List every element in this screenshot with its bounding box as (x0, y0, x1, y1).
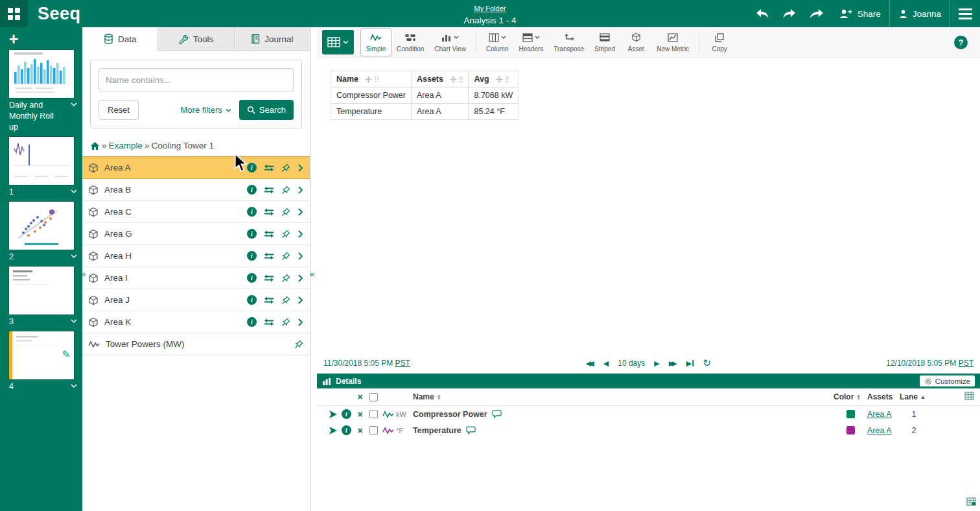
toolbar-button-headers[interactable]: Headers (513, 29, 548, 56)
color-swatch[interactable] (846, 410, 855, 418)
swap-icon[interactable] (264, 208, 274, 216)
worksheet-caption-1[interactable]: 1 (0, 185, 82, 199)
details-row-temperature[interactable]: i × °F Temperature Area A 2 (317, 422, 980, 438)
home-icon[interactable] (90, 141, 100, 150)
chevron-down-icon[interactable] (71, 254, 77, 258)
chevron-right-icon[interactable] (298, 252, 303, 261)
more-filters-link[interactable]: More filters (181, 105, 231, 115)
signal-row-tower-powers[interactable]: Tower Powers (MW) (82, 333, 310, 355)
forward-share-icon[interactable] (802, 8, 830, 19)
duration-label[interactable]: 10 days (618, 359, 645, 368)
details-column-lane[interactable]: Lane ▲ (900, 392, 926, 401)
pin-icon[interactable] (281, 185, 290, 195)
info-icon[interactable]: i (247, 251, 257, 261)
worksheet-thumbnail-4-active[interactable]: ✎ (9, 331, 74, 379)
undo-icon[interactable] (749, 8, 776, 19)
pin-icon[interactable] (294, 340, 303, 349)
reset-button[interactable]: Reset (99, 100, 139, 120)
toolbar-button-striped[interactable]: Striped (589, 29, 620, 56)
navigate-icon[interactable] (326, 410, 340, 419)
info-icon[interactable]: i (247, 273, 257, 283)
chevron-right-icon[interactable] (298, 163, 303, 172)
breadcrumb-cooling-tower-1[interactable]: Cooling Tower 1 (152, 141, 215, 150)
collapse-left-panel-icon[interactable]: « (81, 269, 86, 279)
column-header-avg[interactable]: Avg (469, 71, 519, 88)
asset-row-area-b[interactable]: Area B i (82, 179, 310, 201)
tab-tools[interactable]: Tools (158, 27, 234, 51)
share-button[interactable]: Share (830, 0, 889, 27)
tab-journal[interactable]: Journal (235, 27, 310, 51)
info-icon[interactable]: i (247, 207, 257, 217)
toolbar-button-condition[interactable]: Condition (391, 29, 429, 56)
tab-data[interactable]: Data (82, 27, 158, 51)
chevron-down-icon[interactable] (71, 189, 77, 193)
details-columns-settings-icon[interactable] (964, 392, 974, 402)
asset-row-area-c[interactable]: Area C i (82, 201, 310, 223)
search-input[interactable] (99, 68, 294, 91)
select-all-checkbox[interactable] (369, 393, 378, 401)
user-menu-button[interactable]: Joanna (890, 0, 950, 27)
breadcrumb-example[interactable]: Example (109, 141, 143, 150)
collapse-data-panel-icon[interactable]: « (310, 269, 314, 279)
toolbar-button-new-metric[interactable]: New Metric (651, 29, 694, 56)
my-folder-link[interactable]: My Folder (463, 4, 516, 14)
swap-icon[interactable] (264, 296, 274, 304)
table-view-selector-button[interactable] (322, 30, 354, 54)
info-icon[interactable]: i (247, 229, 257, 239)
display-range-start[interactable]: 11/30/2018 5:05 PM PST (323, 359, 410, 368)
move-icon[interactable] (496, 76, 503, 83)
color-swatch[interactable] (846, 426, 855, 434)
chevron-down-icon[interactable] (71, 319, 77, 323)
pin-icon[interactable] (281, 296, 290, 305)
chevron-down-icon[interactable] (71, 102, 77, 106)
add-table-column-icon[interactable] (966, 497, 976, 508)
move-icon[interactable] (450, 76, 457, 83)
row-checkbox[interactable] (369, 410, 378, 418)
remove-all-icon[interactable]: × (353, 392, 367, 402)
worksheet-thumbnail-1[interactable] (9, 137, 74, 185)
pin-icon[interactable] (281, 274, 290, 283)
apps-menu-button[interactable] (0, 0, 28, 27)
info-icon[interactable]: i (247, 317, 257, 327)
swap-icon[interactable] (264, 164, 274, 172)
swap-icon[interactable] (264, 230, 274, 238)
comment-icon[interactable] (466, 426, 476, 434)
refresh-icon[interactable]: ↻ (703, 357, 712, 369)
sort-icon[interactable]: ▲▼ (856, 394, 861, 401)
asset-row-area-k[interactable]: Area K i (82, 311, 310, 333)
hamburger-menu-icon[interactable] (950, 0, 980, 27)
navigate-icon[interactable] (326, 426, 340, 435)
step-back-half-icon[interactable]: ◀ (603, 359, 609, 368)
info-icon[interactable]: i (342, 409, 351, 419)
step-forward-half-icon[interactable]: ▶ (654, 359, 659, 368)
worksheet-caption-3[interactable]: 3 (0, 315, 82, 329)
swap-icon[interactable] (264, 252, 274, 260)
details-column-name[interactable]: Name ▲▼ (413, 392, 441, 401)
drag-grip-icon[interactable] (460, 77, 463, 82)
pin-icon[interactable] (281, 230, 290, 239)
row-checkbox[interactable] (369, 426, 378, 434)
chevron-right-icon[interactable] (298, 318, 303, 327)
column-header-assets[interactable]: Assets (411, 71, 469, 88)
details-column-assets[interactable]: Assets (867, 392, 892, 401)
toolbar-button-column[interactable]: Column (481, 29, 513, 56)
add-worksheet-button[interactable]: + (5, 30, 22, 47)
worksheet-caption-2[interactable]: 2 (0, 250, 82, 264)
asset-row-area-h[interactable]: Area H i (82, 245, 310, 267)
asset-row-area-i[interactable]: Area I i (82, 267, 310, 289)
worksheet-thumbnail-3[interactable] (9, 267, 74, 315)
drag-grip-icon[interactable] (375, 77, 379, 82)
chevron-right-icon[interactable] (298, 296, 303, 305)
toolbar-button-asset[interactable]: Asset (620, 29, 651, 56)
remove-icon[interactable]: × (353, 409, 367, 420)
pin-icon[interactable] (281, 208, 290, 217)
asset-link[interactable]: Area A (867, 426, 892, 435)
step-back-full-icon[interactable]: ◀◀ (586, 359, 594, 368)
info-icon[interactable]: i (342, 425, 351, 435)
move-icon[interactable] (365, 76, 372, 83)
details-column-color[interactable]: Color ▲▼ (834, 392, 861, 401)
chevron-down-icon[interactable] (71, 384, 77, 388)
toolbar-button-transpose[interactable]: Transpose (548, 29, 589, 56)
asset-row-area-a[interactable]: Area A i (82, 156, 310, 179)
step-forward-full-icon[interactable]: ▶▶ (669, 359, 677, 368)
